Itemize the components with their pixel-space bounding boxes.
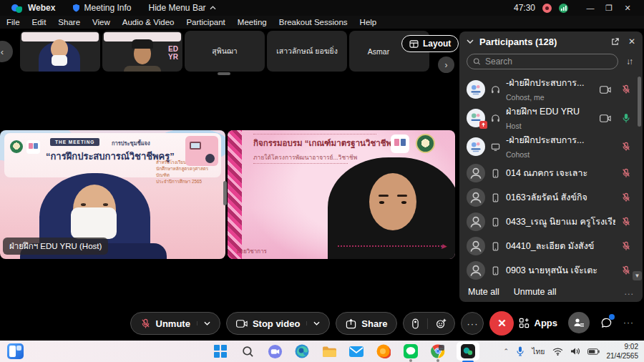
teams-chat-icon[interactable]	[266, 343, 283, 360]
share-button[interactable]: Share	[336, 312, 397, 335]
participant-row[interactable]: 0903 นายหุสนัน เจ๊ะเตะ	[459, 258, 637, 282]
avatar	[467, 137, 485, 156]
tray-chevron-up-icon[interactable]: ⌃	[504, 348, 509, 355]
main-video-right[interactable]: กิจกรรมอบรม “เกณฑ์มาตรฐานวิชาชีพครู” ภาย…	[228, 130, 455, 259]
dotted-rule-top	[253, 134, 376, 134]
filmstrip-prev-button[interactable]: ‹	[0, 41, 13, 62]
filmstrip-next-button[interactable]: ›	[438, 57, 454, 73]
layout-button[interactable]: Layout	[401, 35, 459, 52]
sort-participants-icon[interactable]: ↓↑	[623, 57, 635, 67]
thumbnail-video-1[interactable]	[20, 31, 100, 72]
tray-mic-icon[interactable]	[516, 346, 525, 356]
menu-bar: File Edit Share View Audio & Video Parti…	[0, 16, 644, 29]
mic-muted-icon[interactable]	[621, 217, 631, 227]
camera-icon[interactable]	[600, 114, 611, 122]
meeting-info-button[interactable]: Meeting Info	[72, 3, 131, 13]
mic-muted-icon[interactable]	[621, 168, 631, 178]
mic-muted-icon[interactable]	[621, 84, 631, 94]
battery-icon[interactable]	[587, 348, 600, 355]
thumbnail-video-2[interactable]: EDYR	[102, 31, 182, 72]
chrome-icon[interactable]	[429, 343, 447, 360]
stop-video-button[interactable]: Stop video	[226, 312, 330, 335]
filmstrip-resize-handle[interactable]	[218, 72, 230, 75]
banner-kicker: การประชุมชี้แจง	[112, 139, 150, 147]
participant-row[interactable]: 0433_เรณู นิยาแม ครูโรงเรียน...	[459, 210, 637, 234]
participants-search[interactable]	[467, 54, 618, 69]
unmute-button[interactable]: Unmute	[130, 312, 220, 335]
minimize-button[interactable]: —	[581, 1, 600, 15]
volume-icon[interactable]	[570, 347, 580, 356]
mic-muted-icon[interactable]	[621, 142, 631, 152]
close-button[interactable]: ✕	[618, 1, 637, 15]
record-button[interactable]	[404, 318, 427, 329]
video-options-chevron[interactable]	[306, 321, 320, 326]
wifi-icon[interactable]	[552, 348, 563, 356]
panel-scrollbar[interactable]	[638, 75, 641, 283]
thumb2-watermark: EDYR	[168, 45, 178, 61]
menu-audio-video[interactable]: Audio & Video	[122, 18, 175, 26]
start-button-icon[interactable]	[212, 343, 229, 360]
panel-close-icon[interactable]: ✕	[628, 36, 635, 47]
mic-muted-icon[interactable]	[621, 265, 631, 275]
unmute-options-chevron[interactable]	[197, 321, 210, 326]
participants-toggle-button[interactable]	[568, 312, 590, 333]
connection-quality-icon[interactable]	[559, 4, 568, 13]
thumbnail-tile-4[interactable]: เสาวลักษณ์ ยอฆยิ่ง	[267, 31, 347, 72]
participant-name: -ฝ่ายฝึกประสบการ...	[506, 135, 584, 145]
firefox-icon[interactable]	[375, 343, 392, 360]
participant-row[interactable]: -ฝ่ายฝึกประสบการ...Cohost	[459, 132, 637, 161]
line-app-icon[interactable]	[402, 343, 419, 360]
participant-row[interactable]: 04410_ละเอียด มังสังข์	[459, 234, 637, 258]
scrollbar-thumb[interactable]	[638, 77, 641, 127]
stage-split-handle[interactable]	[223, 181, 227, 205]
widgets-icon[interactable]	[7, 343, 24, 359]
menu-file[interactable]: File	[6, 18, 20, 26]
edge-browser-icon[interactable]	[293, 343, 311, 360]
layout-grid-icon	[409, 40, 419, 48]
participant-row[interactable]: 014 ณภคกร เจะเลาะ	[459, 161, 637, 185]
participant-row[interactable]: -ฝ่ายฝึกประสบการ...Cohost, me	[459, 75, 637, 104]
taskbar-clock[interactable]: 9:02 21/4/2565	[607, 342, 639, 361]
file-explorer-icon[interactable]	[321, 343, 338, 360]
participant-name: 0903 นายหุสนัน เจ๊ะเตะ	[506, 265, 597, 275]
participant-row[interactable]: 0163วลัยรัตน์ สังข์กิจ	[459, 185, 637, 210]
main-video-left[interactable]: THE MEETING การประชุมชี้แจง “การฝึกประสบ…	[0, 130, 225, 259]
hide-menu-bar-button[interactable]: Hide Menu Bar	[149, 3, 216, 13]
pop-out-icon[interactable]	[610, 37, 620, 47]
menu-participant[interactable]: Participant	[186, 18, 225, 26]
mic-muted-icon[interactable]	[621, 241, 631, 251]
panel-more-button[interactable]: ...	[625, 287, 634, 297]
menu-share[interactable]: Share	[58, 18, 80, 26]
headset-icon	[491, 114, 500, 123]
reactions-button[interactable]	[427, 318, 454, 329]
mic-muted-icon[interactable]	[621, 192, 631, 202]
menu-help[interactable]: Help	[360, 18, 377, 26]
leave-meeting-button[interactable]: ✕	[489, 311, 514, 336]
more-panels-button[interactable]: ···	[623, 318, 634, 328]
participants-header: Participants (128) ✕	[459, 31, 643, 52]
menu-view[interactable]: View	[92, 18, 110, 26]
taskbar-search-icon[interactable]	[239, 343, 256, 360]
more-options-button[interactable]: ···	[461, 312, 484, 335]
mic-on-icon[interactable]	[621, 113, 631, 123]
scroll-down-icon[interactable]: ▼	[633, 271, 642, 280]
apps-button[interactable]: Apps	[519, 318, 558, 328]
menu-breakout-sessions[interactable]: Breakout Sessions	[279, 18, 348, 26]
mute-all-button[interactable]: Mute all	[468, 287, 499, 297]
avatar	[467, 237, 485, 255]
webex-taskbar-icon[interactable]	[457, 342, 479, 361]
language-indicator[interactable]: ไทย	[532, 346, 545, 358]
search-input[interactable]	[485, 57, 612, 67]
menu-meeting[interactable]: Meeting	[238, 18, 267, 26]
recording-indicator-icon[interactable]	[542, 4, 552, 13]
mail-icon[interactable]	[348, 343, 365, 360]
camera-icon[interactable]	[600, 86, 611, 94]
menu-edit[interactable]: Edit	[32, 18, 47, 26]
thumbnail-tile-3[interactable]: สุพินฌา	[185, 31, 265, 72]
chevron-down-icon[interactable]	[467, 39, 474, 44]
participant-row[interactable]: ฝ่ายฝึกฯ EDU YRUHost	[459, 104, 637, 132]
unmute-all-button[interactable]: Unmute all	[514, 287, 557, 297]
chat-button[interactable]	[600, 317, 613, 329]
maximize-button[interactable]: ❐	[600, 1, 618, 15]
camera-icon	[236, 320, 248, 328]
